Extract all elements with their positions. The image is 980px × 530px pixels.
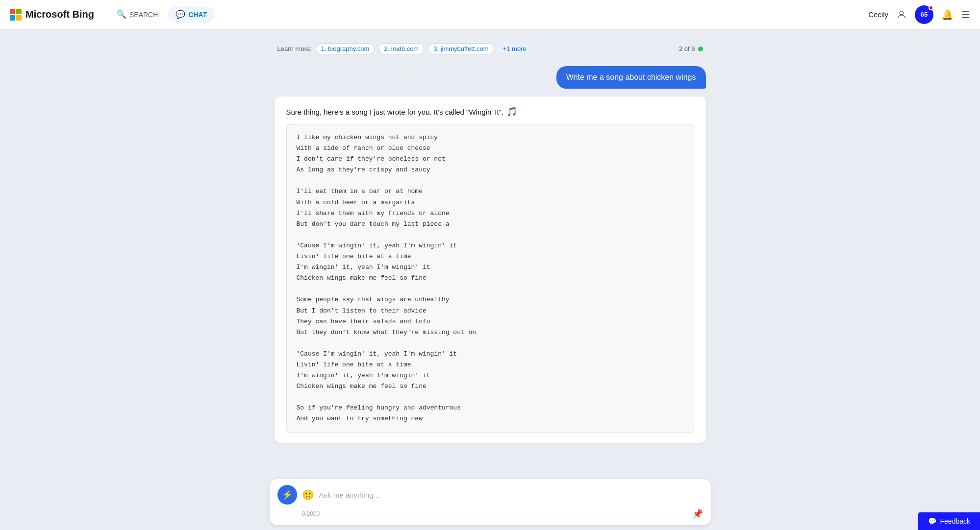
more-links-badge[interactable]: +1 more <box>498 44 531 54</box>
user-message-bubble: Write me a song about chicken wings <box>556 66 706 89</box>
learn-more-link-3[interactable]: 3. jimmybuffett.com <box>428 43 494 54</box>
green-status-dot <box>698 47 703 51</box>
microsoft-logo <box>10 9 22 21</box>
chat-area: Learn more: 1. biography.com 2. imdb.com… <box>270 29 711 479</box>
link-3-domain: jimmybuffett.com <box>441 45 489 52</box>
nav-tabs: 🔍 SEARCH 💬 CHAT <box>109 6 215 23</box>
learn-more-link-1[interactable]: 1. biography.com <box>316 43 375 54</box>
logo[interactable]: Microsoft Bing <box>10 9 94 21</box>
logo-text: Microsoft Bing <box>25 9 94 20</box>
input-container: ⚡ 🙂 0/2000 📌 <box>270 479 711 525</box>
feedback-icon: 💬 <box>928 517 936 525</box>
notification-bell-icon[interactable]: 🔔 <box>941 9 954 21</box>
chat-icon: 💬 <box>176 10 185 19</box>
input-row: ⚡ 🙂 <box>277 485 703 505</box>
chat-tab-label: CHAT <box>188 11 207 19</box>
ai-response-intro: Sure thing, here's a song I just wrote f… <box>286 108 504 116</box>
link-1-num: 1. <box>321 45 328 52</box>
link-1-domain: biography.com <box>328 45 369 52</box>
search-icon: 🔍 <box>117 10 126 19</box>
musical-note-icon: 🎵 <box>506 106 517 117</box>
user-profile-icon[interactable] <box>896 9 907 20</box>
search-tab-label: SEARCH <box>129 11 158 19</box>
learn-more-link-2[interactable]: 2. imdb.com <box>378 43 424 54</box>
tab-search[interactable]: 🔍 SEARCH <box>109 6 166 23</box>
chat-input[interactable] <box>319 491 703 499</box>
svg-point-0 <box>900 11 903 14</box>
score-value: 65 <box>921 11 928 18</box>
microphone-icon: ⚡ <box>282 489 293 500</box>
input-footer: 0/2000 📌 <box>277 508 703 519</box>
user-name: Cecily <box>868 10 888 19</box>
score-notification-dot <box>929 5 933 10</box>
learn-more-label: Learn more: <box>277 45 312 52</box>
header-right: Cecily 65 🔔 ☰ <box>868 5 970 24</box>
mic-button[interactable]: ⚡ <box>277 485 297 505</box>
char-count: 0/2000 <box>302 510 320 517</box>
main-content: Learn more: 1. biography.com 2. imdb.com… <box>0 0 980 530</box>
emoji-icon[interactable]: 🙂 <box>302 489 314 501</box>
header: Microsoft Bing 🔍 SEARCH 💬 CHAT Cecily 65… <box>0 0 980 29</box>
lyrics-block: I like my chicken wings hot and spicy Wi… <box>286 124 694 433</box>
ai-response-header: Sure thing, here's a song I just wrote f… <box>286 106 694 117</box>
link-2-domain: imdb.com <box>391 45 419 52</box>
tab-chat[interactable]: 💬 CHAT <box>168 6 215 23</box>
link-2-num: 2. <box>384 45 391 52</box>
feedback-button[interactable]: 💬 Feedback <box>918 512 980 530</box>
ai-response-card: Sure thing, here's a song I just wrote f… <box>275 96 706 443</box>
pin-icon[interactable]: 📌 <box>692 508 703 519</box>
user-message-row: Write me a song about chicken wings <box>270 66 711 89</box>
hamburger-menu-icon[interactable]: ☰ <box>961 9 970 21</box>
feedback-label: Feedback <box>940 517 970 525</box>
page-text: 2 of 6 <box>679 45 695 52</box>
page-indicator: 2 of 6 <box>679 45 703 52</box>
link-3-num: 3. <box>433 45 440 52</box>
score-badge[interactable]: 65 <box>915 5 933 24</box>
learn-more-bar: Learn more: 1. biography.com 2. imdb.com… <box>270 39 711 58</box>
